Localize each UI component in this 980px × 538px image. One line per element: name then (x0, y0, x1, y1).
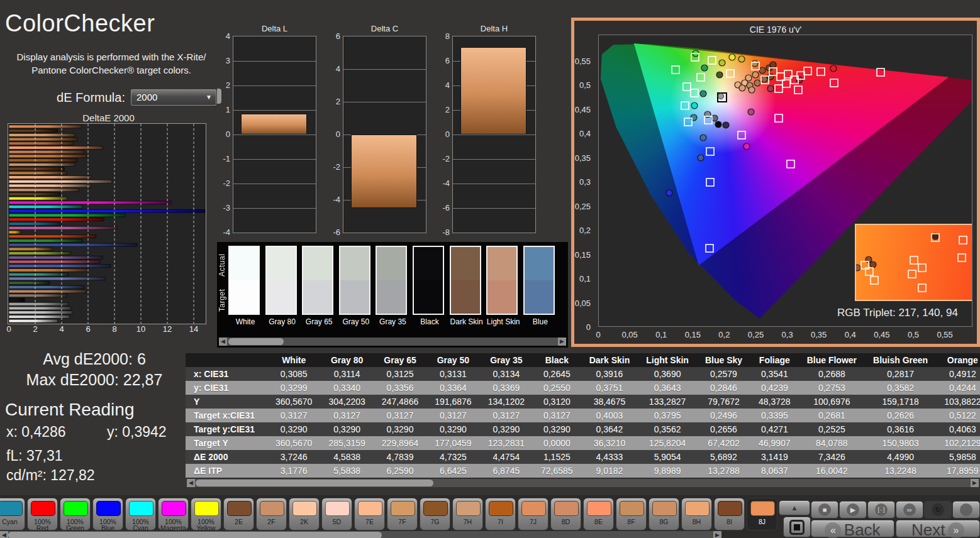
swatch-strip-scrollbar[interactable]: ◀ ▶ (219, 338, 566, 346)
next-button[interactable]: Next » (896, 520, 980, 537)
patch-button-2k[interactable]: 2K (289, 498, 320, 530)
cie-measurement-dot (830, 65, 837, 72)
scroll-right-icon[interactable]: ▶ (558, 338, 566, 346)
scroll-left-icon[interactable]: ◀ (219, 338, 227, 346)
patch-strip-scrollbar[interactable]: ◀ ▶ (0, 531, 721, 538)
scrollbar-thumb[interactable] (196, 480, 433, 486)
table-cell: 0,3290 (267, 422, 320, 436)
patch-button-7j[interactable]: 7J (518, 498, 548, 530)
splitter-handle[interactable] (217, 89, 221, 104)
patch-button-100blue[interactable]: 100% Blue (92, 498, 123, 530)
patch-button-8d[interactable]: 8D (550, 498, 581, 530)
patch-label: 2E (224, 519, 253, 525)
patch-swatch (0, 501, 23, 516)
cie-measurement-dot (715, 121, 721, 128)
table-cell: 9,8989 (638, 464, 697, 478)
chart-plot (233, 36, 316, 233)
patch-button-100green[interactable]: 100% Green (60, 498, 91, 530)
arrow-up-icon: ▲ (779, 501, 810, 515)
patch-button-7g[interactable]: 7G (420, 498, 450, 530)
table-cell: 0,3127 (267, 409, 320, 422)
patch-button-5d[interactable]: 5D (321, 498, 352, 530)
back-label: Back (844, 520, 881, 538)
pattern-window-button[interactable] (783, 517, 811, 537)
swatch-gray-35 (376, 246, 407, 315)
table-cell: 150,9803 (865, 436, 936, 450)
patch-button-8j[interactable]: 8J (747, 498, 777, 530)
de-formula-dropdown[interactable]: 2000 ▼ (131, 89, 216, 106)
table-cell: 67,4202 (697, 436, 750, 450)
patch-button-2f[interactable]: 2F (256, 498, 287, 530)
table-cell: 133,2827 (638, 395, 697, 409)
patch-label: 2K (289, 519, 319, 525)
cie-measurement-dot (752, 60, 758, 67)
table-cell: 0,3125 (374, 367, 426, 381)
patch-button-100cyan[interactable]: 100% Cyan (125, 498, 156, 530)
scroll-left-icon[interactable]: ◀ (0, 531, 8, 538)
patch-button-7f[interactable]: 7F (387, 498, 418, 530)
chevrons-right-icon: » (948, 522, 964, 538)
back-button[interactable]: « Back (811, 520, 894, 537)
patch-button-100magenta[interactable]: 100% Magenta (158, 498, 189, 530)
table-cell: 0,2645 (533, 367, 581, 381)
patch-label: 8I (715, 519, 744, 525)
cie-x-tick: 0,3 (782, 330, 793, 339)
patch-label: 8J (747, 519, 777, 525)
infinity-icon: ∞ (903, 503, 916, 516)
table-cell: 0,3290 (480, 422, 533, 436)
scroll-up-button[interactable]: ▲ (779, 500, 810, 515)
stop-button[interactable]: ■ (811, 501, 838, 519)
patch-button-2e[interactable]: 2E (223, 498, 254, 530)
table-cell: 0,3120 (533, 395, 581, 409)
patch-button-8i[interactable]: 8I (714, 498, 745, 530)
patch-button-cyan[interactable]: Cyan (0, 498, 25, 530)
refresh-button[interactable]: ↻ (924, 501, 952, 519)
blank-button[interactable] (952, 501, 980, 519)
patch-button-100yellow[interactable]: 100% Yellow (191, 498, 221, 530)
patch-button-row: Cyan100% Red100% Green100% Blue100% Cyan… (0, 498, 779, 530)
single-measure-button[interactable]: [··] (867, 501, 895, 519)
table-cell: 0,3290 (320, 422, 373, 436)
patch-swatch (64, 501, 88, 516)
x-tick-label: 8 (112, 324, 116, 334)
table-cell: 0,3395 (750, 409, 799, 422)
table-cell: 4,5838 (320, 450, 373, 464)
cie-measurement-dot (701, 65, 708, 71)
next-label: Next (911, 520, 945, 538)
y-tick-label: 0 (226, 129, 230, 139)
patch-label: 100% Blue (93, 519, 123, 531)
patch-button-7h[interactable]: 7H (452, 498, 483, 530)
scroll-right-icon[interactable]: ▶ (971, 479, 979, 487)
table-cell: 229,8964 (374, 436, 426, 450)
patch-swatch (96, 501, 121, 516)
swatch-light-skin (486, 246, 518, 315)
play-button[interactable]: ▶ (839, 501, 867, 519)
table-cell: 4,4333 (581, 450, 638, 464)
patch-button-8h[interactable]: 8H (681, 498, 712, 530)
table-cell: 8,0637 (750, 464, 799, 478)
patch-button-8g[interactable]: 8G (649, 498, 679, 530)
cie-measurement-dot (738, 56, 745, 62)
scroll-left-icon[interactable]: ◀ (187, 479, 195, 487)
target-swatch (414, 280, 443, 314)
patch-button-7e[interactable]: 7E (354, 498, 385, 530)
scroll-right-icon[interactable]: ▶ (713, 531, 721, 538)
scrollbar-thumb[interactable] (8, 532, 382, 538)
table-cell: 0,2550 (533, 381, 581, 395)
table-cell: 0,3690 (638, 367, 697, 381)
patch-button-8f[interactable]: 8F (616, 498, 647, 530)
patch-swatch (31, 501, 55, 516)
cie-measurement-dot (770, 62, 776, 68)
table-scrollbar[interactable]: ◀ ▶ (187, 479, 979, 487)
continuous-measure-button[interactable]: ∞ (896, 501, 923, 519)
scrollbar-thumb[interactable] (228, 338, 284, 345)
patch-button-7i[interactable]: 7I (485, 498, 516, 530)
y-tick-label: 1 (226, 105, 230, 114)
patch-swatch (685, 501, 710, 516)
y-tick-label: 2 (226, 80, 230, 90)
patch-button-100red[interactable]: 100% Red (27, 498, 58, 530)
table-cell: 0,3127 (374, 409, 426, 422)
table-cell: 0,4239 (750, 381, 799, 395)
patch-swatch (718, 501, 742, 516)
patch-button-8e[interactable]: 8E (583, 498, 614, 530)
